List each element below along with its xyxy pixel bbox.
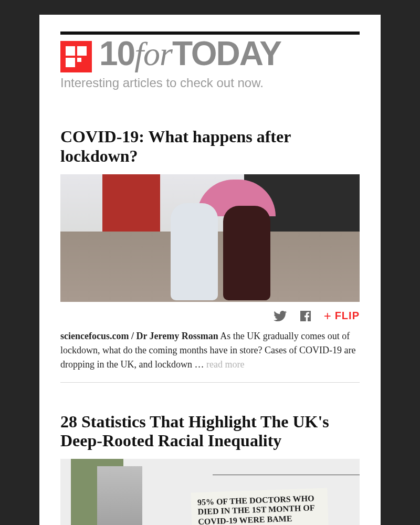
read-more-link[interactable]: read more (206, 359, 244, 370)
brand-ten: 10 (99, 35, 134, 72)
brand-title: 10forTODAY (99, 39, 281, 69)
article-divider (60, 382, 360, 383)
brand-today: TODAY (172, 35, 281, 72)
article-headline[interactable]: 28 Statistics That Highlight The UK's De… (60, 412, 360, 451)
article: 28 Statistics That Highlight The UK's De… (60, 412, 360, 525)
masthead: 10forTODAY (60, 41, 360, 72)
flipboard-logo-icon[interactable] (60, 41, 92, 72)
article-headline[interactable]: COVID-19: What happens after lockdown? (60, 127, 360, 166)
share-actions: + FLIP (60, 302, 360, 329)
article: COVID-19: What happens after lockdown? +… (60, 127, 360, 383)
plus-icon: + (324, 310, 332, 322)
twitter-icon[interactable] (274, 309, 287, 323)
email-page: 10forTODAY Interesting articles to check… (39, 15, 381, 525)
brand-for: for (134, 35, 172, 72)
article-hero-image[interactable]: 95% OF THE DOCTORS WHO DIED IN THE 1ST M… (60, 459, 360, 525)
flip-button[interactable]: + FLIP (324, 310, 360, 322)
protest-sign-text: 95% OF THE DOCTORS WHO DIED IN THE 1ST M… (191, 488, 329, 525)
tagline: Interesting articles to check out now. (60, 76, 360, 90)
facebook-icon[interactable] (299, 309, 312, 323)
article-source[interactable]: sciencefocus.com / Dr Jeremy Rossman (60, 331, 218, 341)
article-hero-image[interactable] (60, 174, 360, 302)
article-summary: sciencefocus.com / Dr Jeremy Rossman As … (60, 329, 360, 372)
flip-label: FLIP (335, 310, 360, 322)
